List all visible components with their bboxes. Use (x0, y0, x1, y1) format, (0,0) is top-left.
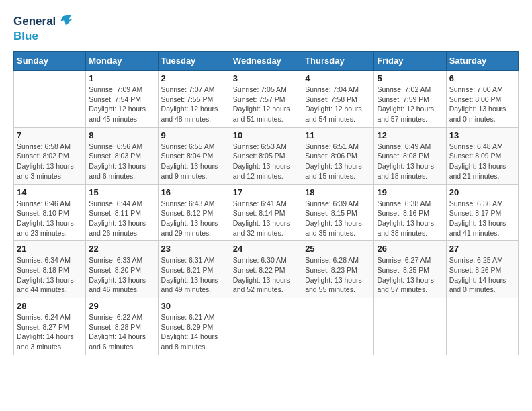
day-info: Sunrise: 6:53 AMSunset: 8:05 PMDaylight:… (233, 142, 299, 181)
day-info: Sunrise: 7:09 AMSunset: 7:54 PMDaylight:… (89, 85, 154, 124)
calendar-cell: 29Sunrise: 6:22 AMSunset: 8:28 PMDayligh… (86, 298, 158, 355)
day-info: Sunrise: 7:00 AMSunset: 8:00 PMDaylight:… (449, 85, 515, 124)
day-info: Sunrise: 6:28 AMSunset: 8:23 PMDaylight:… (305, 255, 371, 295)
weekday-col-saturday: Saturday (446, 52, 518, 71)
calendar-cell (446, 298, 518, 355)
calendar-cell: 15Sunrise: 6:44 AMSunset: 8:11 PMDayligh… (86, 184, 158, 241)
day-number: 13 (449, 130, 515, 140)
weekday-col-sunday: Sunday (14, 52, 86, 71)
calendar-week-4: 21Sunrise: 6:34 AMSunset: 8:18 PMDayligh… (14, 241, 519, 298)
day-number: 23 (161, 244, 227, 254)
day-number: 16 (161, 187, 227, 197)
day-info: Sunrise: 6:51 AMSunset: 8:06 PMDaylight:… (305, 142, 371, 181)
calendar-cell (374, 298, 446, 355)
calendar-cell: 24Sunrise: 6:30 AMSunset: 8:22 PMDayligh… (230, 241, 302, 298)
calendar-cell: 12Sunrise: 6:49 AMSunset: 8:08 PMDayligh… (374, 127, 446, 184)
calendar-cell: 4Sunrise: 7:04 AMSunset: 7:58 PMDaylight… (302, 71, 374, 128)
day-number: 7 (17, 130, 83, 140)
day-number: 2 (161, 73, 227, 83)
day-info: Sunrise: 6:27 AMSunset: 8:25 PMDaylight:… (377, 255, 443, 295)
calendar-cell: 5Sunrise: 7:02 AMSunset: 7:59 PMDaylight… (374, 71, 446, 128)
svg-marker-0 (60, 15, 73, 26)
day-info: Sunrise: 6:55 AMSunset: 8:04 PMDaylight:… (161, 142, 227, 181)
day-number: 4 (305, 73, 371, 83)
day-info: Sunrise: 6:46 AMSunset: 8:10 PMDaylight:… (17, 199, 83, 238)
day-info: Sunrise: 6:56 AMSunset: 8:03 PMDaylight:… (89, 142, 154, 181)
day-info: Sunrise: 6:49 AMSunset: 8:08 PMDaylight:… (377, 142, 443, 181)
calendar-week-3: 14Sunrise: 6:46 AMSunset: 8:10 PMDayligh… (14, 184, 519, 241)
weekday-col-friday: Friday (374, 52, 446, 71)
logo-text: General Blue (13, 13, 73, 43)
calendar-cell: 10Sunrise: 6:53 AMSunset: 8:05 PMDayligh… (230, 127, 302, 184)
day-info: Sunrise: 6:30 AMSunset: 8:22 PMDaylight:… (233, 255, 299, 295)
day-info: Sunrise: 7:07 AMSunset: 7:55 PMDaylight:… (161, 85, 227, 124)
day-info: Sunrise: 6:58 AMSunset: 8:02 PMDaylight:… (17, 142, 83, 181)
day-number: 28 (17, 301, 83, 311)
day-number: 15 (89, 187, 154, 197)
calendar-cell: 27Sunrise: 6:25 AMSunset: 8:26 PMDayligh… (446, 241, 518, 298)
day-number: 26 (377, 244, 443, 254)
weekday-col-monday: Monday (86, 52, 158, 71)
day-number: 30 (161, 301, 227, 311)
day-info: Sunrise: 6:31 AMSunset: 8:21 PMDaylight:… (161, 255, 227, 295)
calendar-body: 1Sunrise: 7:09 AMSunset: 7:54 PMDaylight… (14, 71, 519, 355)
logo-blue: Blue (13, 30, 38, 42)
calendar-table: SundayMondayTuesdayWednesdayThursdayFrid… (13, 51, 519, 355)
page-header: General Blue (13, 13, 519, 43)
day-info: Sunrise: 7:05 AMSunset: 7:57 PMDaylight:… (233, 85, 299, 124)
day-info: Sunrise: 6:38 AMSunset: 8:16 PMDaylight:… (377, 199, 443, 238)
day-number: 21 (17, 244, 83, 254)
calendar-cell: 16Sunrise: 6:43 AMSunset: 8:12 PMDayligh… (158, 184, 230, 241)
day-number: 6 (449, 73, 515, 83)
weekday-col-wednesday: Wednesday (230, 52, 302, 71)
day-number: 25 (305, 244, 371, 254)
calendar-week-1: 1Sunrise: 7:09 AMSunset: 7:54 PMDaylight… (14, 71, 519, 128)
calendar-cell: 21Sunrise: 6:34 AMSunset: 8:18 PMDayligh… (14, 241, 86, 298)
day-number: 14 (17, 187, 83, 197)
day-number: 5 (377, 73, 443, 83)
calendar-cell: 14Sunrise: 6:46 AMSunset: 8:10 PMDayligh… (14, 184, 86, 241)
day-info: Sunrise: 7:04 AMSunset: 7:58 PMDaylight:… (305, 85, 371, 124)
day-info: Sunrise: 6:44 AMSunset: 8:11 PMDaylight:… (89, 199, 154, 238)
calendar-cell (14, 71, 86, 128)
day-info: Sunrise: 6:36 AMSunset: 8:17 PMDaylight:… (449, 199, 515, 238)
logo-bird-icon (58, 13, 73, 28)
calendar-cell: 2Sunrise: 7:07 AMSunset: 7:55 PMDaylight… (158, 71, 230, 128)
day-number: 22 (89, 244, 154, 254)
calendar-cell (230, 298, 302, 355)
day-info: Sunrise: 6:41 AMSunset: 8:14 PMDaylight:… (233, 199, 299, 238)
day-info: Sunrise: 6:48 AMSunset: 8:09 PMDaylight:… (449, 142, 515, 181)
calendar-cell: 22Sunrise: 6:33 AMSunset: 8:20 PMDayligh… (86, 241, 158, 298)
day-number: 24 (233, 244, 299, 254)
weekday-header-row: SundayMondayTuesdayWednesdayThursdayFrid… (14, 52, 519, 71)
calendar-cell: 18Sunrise: 6:39 AMSunset: 8:15 PMDayligh… (302, 184, 374, 241)
day-info: Sunrise: 6:21 AMSunset: 8:29 PMDaylight:… (161, 312, 227, 352)
weekday-col-tuesday: Tuesday (158, 52, 230, 71)
day-number: 1 (89, 73, 154, 83)
day-number: 18 (305, 187, 371, 197)
calendar-week-2: 7Sunrise: 6:58 AMSunset: 8:02 PMDaylight… (14, 127, 519, 184)
calendar-cell (302, 298, 374, 355)
day-info: Sunrise: 6:22 AMSunset: 8:28 PMDaylight:… (89, 312, 154, 352)
day-number: 29 (89, 301, 154, 311)
calendar-cell: 28Sunrise: 6:24 AMSunset: 8:27 PMDayligh… (14, 298, 86, 355)
logo: General Blue (13, 13, 73, 43)
calendar-cell: 8Sunrise: 6:56 AMSunset: 8:03 PMDaylight… (86, 127, 158, 184)
day-number: 9 (161, 130, 227, 140)
day-info: Sunrise: 6:25 AMSunset: 8:26 PMDaylight:… (449, 255, 515, 295)
calendar-cell: 30Sunrise: 6:21 AMSunset: 8:29 PMDayligh… (158, 298, 230, 355)
calendar-cell: 19Sunrise: 6:38 AMSunset: 8:16 PMDayligh… (374, 184, 446, 241)
calendar-cell: 7Sunrise: 6:58 AMSunset: 8:02 PMDaylight… (14, 127, 86, 184)
calendar-cell: 11Sunrise: 6:51 AMSunset: 8:06 PMDayligh… (302, 127, 374, 184)
calendar-cell: 26Sunrise: 6:27 AMSunset: 8:25 PMDayligh… (374, 241, 446, 298)
day-info: Sunrise: 6:39 AMSunset: 8:15 PMDaylight:… (305, 199, 371, 238)
calendar-cell: 1Sunrise: 7:09 AMSunset: 7:54 PMDaylight… (86, 71, 158, 128)
day-info: Sunrise: 6:33 AMSunset: 8:20 PMDaylight:… (89, 255, 154, 295)
day-number: 20 (449, 187, 515, 197)
day-info: Sunrise: 6:43 AMSunset: 8:12 PMDaylight:… (161, 199, 227, 238)
calendar-cell: 20Sunrise: 6:36 AMSunset: 8:17 PMDayligh… (446, 184, 518, 241)
calendar-cell: 9Sunrise: 6:55 AMSunset: 8:04 PMDaylight… (158, 127, 230, 184)
weekday-col-thursday: Thursday (302, 52, 374, 71)
calendar-cell: 17Sunrise: 6:41 AMSunset: 8:14 PMDayligh… (230, 184, 302, 241)
logo-general: General (13, 15, 56, 28)
